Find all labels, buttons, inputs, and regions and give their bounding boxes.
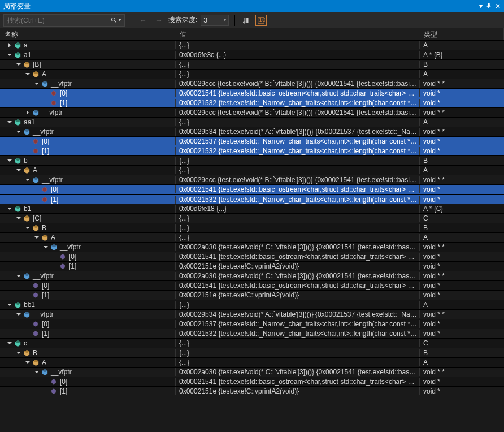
window-title: 局部变量 bbox=[3, 2, 31, 11]
table-row[interactable]: [0]0x00021537 {test.exe!std::_Narrow_cha… bbox=[0, 319, 504, 329]
filter-icon[interactable] bbox=[241, 15, 252, 26]
expander-open-icon[interactable] bbox=[7, 340, 12, 346]
table-row[interactable]: [1]0x0002151e {test.exe!C::vprintA2(void… bbox=[0, 291, 504, 300]
table-row[interactable]: [1]0x0002151e {test.exe!C::vprintA2(void… bbox=[0, 262, 504, 271]
expander-open-icon[interactable] bbox=[7, 119, 12, 125]
pin-icon[interactable] bbox=[486, 2, 492, 10]
expander-none bbox=[34, 197, 40, 202]
table-row[interactable]: [B]{...}B bbox=[0, 60, 504, 70]
variable-tree[interactable]: a{...}Aa10x00d6fe3c {...}A * {B}[B]{...}… bbox=[0, 41, 504, 432]
expander-closed-icon[interactable] bbox=[25, 110, 31, 115]
header-type[interactable]: 类型 bbox=[419, 28, 504, 40]
depth-input[interactable]: 3 ▾ bbox=[201, 15, 229, 26]
search-icon[interactable]: ▾ bbox=[111, 17, 121, 24]
value-cell: 0x0002a030 {test.exe!void(* C::`vftable'… bbox=[175, 272, 419, 280]
table-row[interactable]: [C]{...}C bbox=[0, 214, 504, 223]
value-cell: 0x00021541 {test.exe!std::basic_ostream<… bbox=[175, 185, 419, 193]
expander-open-icon[interactable] bbox=[34, 81, 40, 87]
table-row[interactable]: [0]0x00021541 {test.exe!std::basic_ostre… bbox=[0, 252, 504, 262]
variable-name: [1] bbox=[51, 196, 58, 204]
expander-open-icon[interactable] bbox=[25, 71, 31, 77]
table-row[interactable]: B{...}B bbox=[0, 223, 504, 233]
name-cell: a bbox=[0, 41, 175, 49]
expander-open-icon[interactable] bbox=[7, 302, 12, 308]
nav-back-icon[interactable]: ← bbox=[137, 16, 149, 25]
table-row[interactable]: [1]0x00021532 {test.exe!std::_Narrow_cha… bbox=[0, 146, 504, 156]
name-cell: [0] bbox=[0, 89, 175, 97]
expander-open-icon[interactable] bbox=[34, 369, 40, 375]
expander-open-icon[interactable] bbox=[16, 312, 21, 317]
expander-open-icon[interactable] bbox=[16, 167, 21, 173]
table-row[interactable]: [0]0x00021541 {test.exe!std::basic_ostre… bbox=[0, 89, 504, 98]
table-row[interactable]: b10x00d6fe18 {...}A * {C} bbox=[0, 204, 504, 214]
expander-open-icon[interactable] bbox=[25, 225, 31, 231]
table-row[interactable]: __vfptr0x00029ecc {test.exe!void(* B::`v… bbox=[0, 175, 504, 185]
table-row[interactable]: __vfptr0x0002a030 {test.exe!void(* C::`v… bbox=[0, 368, 504, 377]
table-row[interactable]: c{...}C bbox=[0, 339, 504, 348]
type-cell: void * * bbox=[419, 272, 504, 280]
variable-name: __vfptr bbox=[42, 109, 63, 116]
table-row[interactable]: [1]0x00021532 {test.exe!std::_Narrow_cha… bbox=[0, 329, 504, 339]
toolbar-divider bbox=[234, 15, 235, 26]
expander-open-icon[interactable] bbox=[16, 273, 21, 279]
expander-open-icon[interactable] bbox=[7, 206, 12, 211]
table-row[interactable]: [1]0x00021532 {test.exe!std::_Narrow_cha… bbox=[0, 98, 504, 108]
table-row[interactable]: a{...}A bbox=[0, 41, 504, 50]
header-value[interactable]: 值 bbox=[175, 28, 419, 40]
variable-name: [0] bbox=[42, 137, 49, 145]
value-cell: 0x00029b34 {test.exe!void(* A::`vftable'… bbox=[175, 128, 419, 136]
expander-open-icon[interactable] bbox=[16, 62, 21, 67]
table-row[interactable]: __vfptr0x00029b34 {test.exe!void(* A::`v… bbox=[0, 310, 504, 319]
variable-name: __vfptr bbox=[60, 243, 81, 251]
table-row[interactable]: A{...}A bbox=[0, 70, 504, 79]
table-row[interactable]: __vfptr0x0002a030 {test.exe!void(* C::`v… bbox=[0, 271, 504, 281]
expander-open-icon[interactable] bbox=[34, 235, 40, 240]
expander-closed-icon[interactable] bbox=[7, 42, 12, 48]
expander-open-icon[interactable] bbox=[16, 129, 21, 135]
name-cell: A bbox=[0, 70, 175, 78]
table-row[interactable]: a10x00d6fe3c {...}A * {B} bbox=[0, 50, 504, 60]
value-cell: {...} bbox=[175, 234, 419, 241]
table-row[interactable]: B{...}B bbox=[0, 348, 504, 358]
search-input[interactable]: ▾ bbox=[3, 14, 125, 27]
chevron-down-icon[interactable]: ▾ bbox=[224, 18, 226, 23]
value-cell: 0x0002151e {test.exe!C::vprintA2(void)} bbox=[175, 387, 419, 395]
table-row[interactable]: bb1{...}A bbox=[0, 300, 504, 310]
search-field[interactable] bbox=[7, 16, 103, 24]
expander-open-icon[interactable] bbox=[7, 158, 12, 163]
header-name[interactable]: 名称 bbox=[0, 28, 175, 40]
value-cell: 0x00021541 {test.exe!std::basic_ostream<… bbox=[175, 89, 419, 97]
type-cell: void * * bbox=[419, 368, 504, 376]
table-row[interactable]: [0]0x00021541 {test.exe!std::basic_ostre… bbox=[0, 185, 504, 195]
table-row[interactable]: A{...}A bbox=[0, 233, 504, 243]
nav-forward-icon[interactable]: → bbox=[153, 16, 165, 25]
expander-open-icon[interactable] bbox=[16, 215, 21, 221]
expander-open-icon[interactable] bbox=[7, 52, 12, 58]
expander-open-icon[interactable] bbox=[25, 177, 31, 183]
table-row[interactable]: [0]0x00021537 {test.exe!std::_Narrow_cha… bbox=[0, 137, 504, 146]
table-row[interactable]: A{...}A bbox=[0, 358, 504, 368]
table-row[interactable]: aa1{...}A bbox=[0, 118, 504, 127]
window-options-icon[interactable]: ▾ bbox=[479, 2, 483, 10]
member-red-icon bbox=[32, 137, 40, 145]
table-row[interactable]: __vfptr0x00029ecc {test.exe!void(* B::`v… bbox=[0, 108, 504, 118]
table-row[interactable]: [1]0x0002151e {test.exe!C::vprintA2(void… bbox=[0, 387, 504, 396]
hex-view-icon[interactable]: 101 bbox=[255, 15, 267, 26]
expander-none bbox=[25, 148, 31, 154]
expander-open-icon[interactable] bbox=[43, 244, 49, 250]
depth-label: 搜索深度: bbox=[168, 15, 197, 25]
variable-name: [C] bbox=[33, 214, 41, 222]
close-icon[interactable]: ✕ bbox=[495, 2, 501, 10]
table-row[interactable]: A{...}A bbox=[0, 166, 504, 175]
table-row[interactable]: [1]0x00021532 {test.exe!std::_Narrow_cha… bbox=[0, 195, 504, 204]
expander-open-icon[interactable] bbox=[16, 350, 21, 356]
type-cell: void * bbox=[419, 320, 504, 328]
table-row[interactable]: [0]0x00021541 {test.exe!std::basic_ostre… bbox=[0, 377, 504, 387]
table-row[interactable]: b{...}B bbox=[0, 156, 504, 166]
expander-open-icon[interactable] bbox=[25, 360, 31, 365]
table-row[interactable]: __vfptr0x00029ecc {test.exe!void(* B::`v… bbox=[0, 79, 504, 89]
variable-name: [1] bbox=[69, 262, 76, 270]
table-row[interactable]: [0]0x00021541 {test.exe!std::basic_ostre… bbox=[0, 281, 504, 291]
table-row[interactable]: __vfptr0x00029b34 {test.exe!void(* A::`v… bbox=[0, 127, 504, 137]
table-row[interactable]: __vfptr0x0002a030 {test.exe!void(* C::`v… bbox=[0, 243, 504, 252]
